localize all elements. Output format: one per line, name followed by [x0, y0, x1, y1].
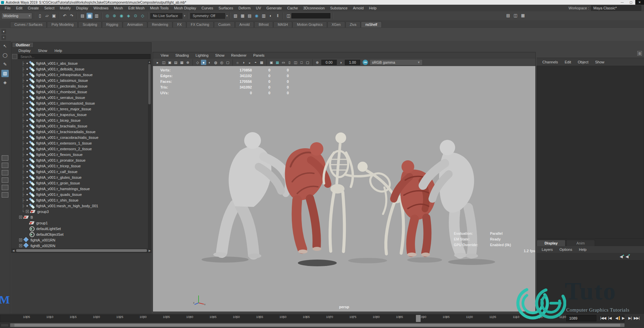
ipr-render-icon[interactable]: ▤	[247, 13, 253, 19]
lighting-all-icon[interactable]: ☼	[235, 60, 240, 65]
scroll-left-icon[interactable]: ◀	[11, 249, 15, 252]
shelf-tab-poly-modeling[interactable]: Poly Modeling	[47, 21, 78, 28]
channel-menu-channels[interactable]: Channels	[539, 60, 561, 64]
outliner-item-group3[interactable]: └+group3	[11, 209, 148, 214]
expand-icon[interactable]: +	[19, 216, 22, 219]
viewport-menu-show[interactable]: Show	[212, 53, 228, 57]
outliner-item-fighta-v001-r-brachialis-tissue[interactable]: ├fightA_v001:r_brachialis_tissue	[11, 123, 148, 129]
channel-menu-edit[interactable]: Edit	[561, 60, 574, 64]
outliner-menu-help[interactable]: Help	[52, 49, 65, 53]
outliner-item-fighta-v001-r-quads-tissue[interactable]: ├fightA_v001:r_quads_tissue	[11, 192, 148, 197]
outliner-item-b[interactable]: +B	[11, 214, 148, 220]
exposure-field[interactable]: 0.00	[321, 60, 337, 65]
paint-select-tool-icon[interactable]: ✎	[1, 61, 9, 68]
outliner-item-fighta-v001-r-hamstrings-tissue[interactable]: ├fightA_v001:r_hamstrings_tissue	[11, 186, 148, 192]
layout-custom-icon[interactable]	[2, 185, 8, 190]
menu-mesh[interactable]: Mesh	[111, 6, 125, 10]
outliner-item-fighta-v001-r-groin-tissue[interactable]: ├fightA_v001:r_groin_tissue	[11, 180, 148, 186]
scrollbar-thumb[interactable]	[148, 64, 151, 104]
outliner-item-fighta-v001-r-glutes-tissue[interactable]: ├fightA_v001:r_glutes_tissue	[11, 174, 148, 180]
outliner-item-fighta-v001-r-pronator-tissue[interactable]: ├fightA_v001:r_pronator_tissue	[11, 157, 148, 163]
tab-anim[interactable]: Anim	[566, 240, 595, 246]
outliner-item-fighta-v001-r-shin-tissue[interactable]: ├fightA_v001:r_shin_tissue	[11, 197, 148, 203]
smooth-shade-icon[interactable]: ●	[201, 60, 206, 65]
menu-cache[interactable]: Cache	[284, 6, 301, 10]
channel-menu-show[interactable]: Show	[592, 60, 607, 64]
shelf-tab-sculpting[interactable]: Sculpting	[78, 21, 101, 28]
symmetry-field[interactable]: Symmetry: Off	[190, 13, 225, 19]
outliner-item-fighta-v001-r-abs-tissue[interactable]: ├fightA_v001:r_abs_tissue	[11, 60, 148, 66]
outliner-item-fighta-v001-r-infraspinatus-tissue[interactable]: ├fightA_v001:r_infraspinatus_tissue	[11, 72, 148, 77]
camera-attributes-icon[interactable]: ▣	[167, 60, 172, 65]
shelf-tab-animation[interactable]: Animation	[123, 21, 147, 28]
outliner-item-fighta-v001-r-tricep-tissue[interactable]: ├fightA_v001:r_tricep_tissue	[11, 163, 148, 169]
2d-pan-zoom-icon[interactable]: ⊕	[185, 60, 191, 65]
menu-curves[interactable]: Curves	[199, 6, 216, 10]
outliner-item-group1[interactable]: group1	[11, 220, 148, 226]
snap-to-projected-center-icon[interactable]: ◈	[125, 13, 131, 19]
render-settings-icon[interactable]: ▦	[239, 13, 246, 19]
undo-icon[interactable]: ↶	[62, 13, 68, 19]
grid-layout-icon[interactable]: ▦	[520, 12, 526, 18]
snap-to-curve-icon[interactable]: ⊕	[111, 13, 117, 19]
color-management-toggle[interactable]: ON	[363, 60, 368, 65]
outliner-item-fighta-v001-r-serratus-tissue[interactable]: ├fightA_v001:r_serratus_tissue	[11, 95, 148, 100]
render-current-frame-icon[interactable]: ◉	[254, 13, 260, 19]
menu-display[interactable]: Display	[73, 6, 91, 10]
shelf-tab-bifrost[interactable]: Bifrost	[254, 21, 273, 28]
xray-icon[interactable]: ▢	[225, 60, 230, 65]
pencil-icon[interactable]: ◐	[268, 13, 274, 19]
sort-icon[interactable]: ▤	[505, 12, 511, 18]
snap-to-point-icon[interactable]: ◉	[118, 13, 124, 19]
construction-history-icon[interactable]: ▧	[232, 13, 238, 19]
menu-modify[interactable]: Modify	[57, 6, 73, 10]
select-camera-icon[interactable]: ▸	[155, 60, 160, 65]
go-to-start-button[interactable]: |◀◀	[600, 315, 606, 322]
shadows-icon[interactable]: ◑	[241, 60, 246, 65]
go-to-end-button[interactable]: ▶▶|	[633, 315, 640, 322]
tab-display[interactable]: Display	[537, 240, 566, 246]
live-surface-field[interactable]: No Live Surface	[150, 13, 182, 19]
outliner-vertical-scrollbar[interactable]: ▲	[148, 60, 151, 249]
outliner-item-fighta-v001rn[interactable]: +fightA_v001RN	[11, 237, 148, 243]
layout-persp-outliner-icon[interactable]	[2, 170, 8, 175]
expand-icon[interactable]: +	[19, 244, 22, 247]
shelf-tab-custom[interactable]: Custom	[214, 21, 235, 28]
shelf-tab-nsshelf[interactable]: nsShelf	[361, 21, 381, 28]
viewport-menu-panels[interactable]: Panels	[250, 53, 268, 57]
outliner-item-fighta-v001-r-teres-major-tissue[interactable]: ├fightA_v001:r_teres_major_tissue	[11, 106, 148, 112]
outliner-item-fighta-v001-r-calf-tissue[interactable]: ├fightA_v001:r_calf_tissue	[11, 169, 148, 174]
shelf-tab-mash[interactable]: MASH	[273, 21, 292, 28]
open-scene-icon[interactable]: ▱	[44, 13, 50, 19]
viewport-menu-shading[interactable]: Shading	[172, 53, 192, 57]
redo-icon[interactable]: ↷	[69, 13, 75, 19]
channel-menu-object[interactable]: Object	[575, 60, 591, 64]
outliner-menu-display[interactable]: Display	[15, 49, 34, 53]
expand-icon[interactable]: +	[26, 210, 29, 213]
outliner-horizontal-scrollbar[interactable]: ◀ ▶	[11, 249, 152, 253]
shelf-tab-fx[interactable]: FX	[173, 21, 186, 28]
safe-action-icon[interactable]: □	[299, 60, 304, 65]
rotate-tool-icon[interactable]: ◈	[1, 79, 9, 86]
viewport-canvas[interactable]: Verts:17085800Edges:34110200Faces:170556…	[153, 66, 535, 312]
menu-generate[interactable]: Generate	[264, 6, 284, 10]
layer-menu-options[interactable]: Options	[556, 248, 575, 252]
multisample-icon[interactable]: ▩	[259, 60, 264, 65]
snap-to-view-plane-icon[interactable]: ⊙	[132, 13, 139, 19]
scroll-up-icon[interactable]: ▲	[148, 60, 151, 64]
current-frame-marker[interactable]	[416, 315, 421, 322]
new-scene-icon[interactable]: ▯	[37, 13, 43, 19]
layer-menu-help[interactable]: Help	[576, 248, 590, 252]
menu-substance[interactable]: Substance	[327, 6, 350, 10]
menu-surfaces[interactable]: Surfaces	[216, 6, 236, 10]
outliner-item-fighta-v001-r-bicep-tissue[interactable]: ├fightA_v001:r_bicep_tissue	[11, 117, 148, 123]
gamma-icon[interactable]: ◑	[338, 60, 343, 65]
shelf-edit-icon[interactable]: +	[1, 35, 6, 40]
outliner-item-fighta-v001-r-coracobrachialis-tissue[interactable]: ├fightA_v001:r_coracobrachialis_tissue	[11, 134, 148, 140]
safe-title-icon[interactable]: ▢	[305, 60, 310, 65]
layer-sync-back-icon[interactable]: ◀▲	[620, 254, 623, 259]
outliner-item-defaultobjectset[interactable]: defaultObjectSet	[11, 231, 148, 237]
shelf-tab-arnold[interactable]: Arnold	[235, 21, 254, 28]
select-object-icon[interactable]: ▦	[87, 13, 93, 19]
layout-hypershade-icon[interactable]	[2, 192, 8, 198]
